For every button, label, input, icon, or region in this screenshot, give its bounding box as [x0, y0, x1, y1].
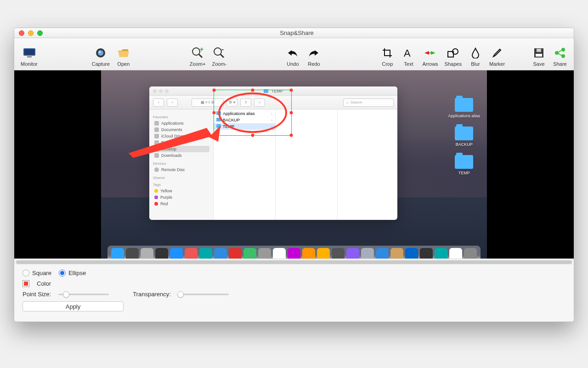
selection-handle-nw[interactable] — [213, 89, 216, 92]
point-size-slider[interactable] — [58, 291, 109, 298]
open-button[interactable]: Open — [114, 41, 133, 67]
shapes-label: Shapes — [445, 61, 462, 67]
monitor-icon — [23, 46, 35, 59]
close-window-button[interactable] — [19, 30, 24, 36]
dock-app — [361, 248, 374, 259]
text-button[interactable]: A Text — [399, 41, 418, 67]
dock-app — [155, 248, 168, 259]
shapes-button[interactable]: Shapes — [443, 41, 464, 67]
finder-fwd-button: › — [167, 98, 178, 107]
apply-button[interactable]: Apply — [23, 301, 124, 311]
dock-app — [346, 248, 359, 259]
arrows-button[interactable]: Arrows — [420, 41, 440, 67]
dock-app — [111, 248, 124, 259]
sidebar-tag-red: Red — [153, 201, 209, 207]
undo-icon — [286, 46, 299, 59]
svg-text:-: - — [221, 47, 224, 53]
finder-back-button: ‹ — [153, 98, 164, 107]
svg-point-18 — [555, 51, 559, 55]
svg-point-20 — [561, 54, 565, 58]
zoom-in-icon: + — [191, 46, 204, 59]
monitor-label: Monitor — [21, 61, 38, 67]
shape-square-radio[interactable]: Square — [23, 270, 51, 276]
shape-ellipse-label: Ellipse — [68, 270, 86, 276]
open-label: Open — [117, 61, 130, 67]
svg-line-22 — [558, 53, 562, 56]
sidebar-devices-head: Devices — [153, 161, 209, 166]
desktop-icons: Applications alias BACKUP TEMP — [448, 98, 480, 175]
point-size-label: Point Size: — [23, 291, 51, 298]
blur-button[interactable]: Blur — [466, 41, 485, 67]
zoom-in-label: Zoom+ — [190, 61, 206, 67]
zoom-out-button[interactable]: - Zoom- — [210, 41, 228, 67]
share-label: Share — [553, 61, 566, 67]
desktop-icon-temp: TEMP — [455, 155, 473, 175]
titlebar: Snap&Share — [14, 28, 574, 38]
camera-icon — [94, 46, 107, 59]
selection-handle-n[interactable] — [251, 89, 254, 92]
sidebar-tag-yellow: Yellow — [153, 188, 209, 194]
share-button[interactable]: Share — [551, 41, 569, 67]
canvas-area[interactable]: TEMP ‹ › ▦ ≡ ⫴ ⊞ ⚙ ▾ ⇪ ○ ⌕Search Favorit… — [14, 70, 574, 259]
svg-rect-17 — [537, 49, 541, 52]
color-swatch[interactable] — [23, 280, 29, 287]
dock-app — [126, 248, 139, 259]
svg-point-9 — [214, 48, 221, 55]
dock — [107, 246, 481, 259]
svg-point-6 — [192, 48, 200, 55]
dock-app — [214, 248, 227, 259]
scrollbar-thumb[interactable] — [16, 260, 572, 264]
dock-app — [435, 248, 447, 259]
svg-rect-2 — [27, 56, 32, 58]
capture-label: Capture — [92, 61, 110, 67]
capture-button[interactable]: Capture — [90, 41, 112, 67]
svg-line-21 — [558, 50, 562, 52]
zoom-in-button[interactable]: + Zoom+ — [188, 41, 208, 67]
save-button[interactable]: Save — [530, 41, 548, 67]
finder-column-3 — [338, 109, 397, 220]
selection-handle-e[interactable] — [290, 111, 293, 115]
redo-button[interactable]: Redo — [305, 41, 323, 67]
marker-button[interactable]: Marker — [487, 41, 507, 67]
monitor-button[interactable]: Monitor — [19, 41, 40, 67]
shape-square-label: Square — [32, 270, 51, 276]
dock-app — [273, 248, 286, 259]
selection-handle-ne[interactable] — [290, 89, 293, 92]
transparency-slider[interactable] — [178, 291, 229, 298]
selection-handle-s[interactable] — [251, 134, 254, 137]
window-title: Snap&Share — [43, 29, 551, 36]
color-label: Color — [37, 280, 51, 287]
dock-app — [170, 248, 183, 259]
svg-text:+: + — [200, 47, 204, 53]
shape-ellipse-radio[interactable]: Ellipse — [59, 270, 86, 276]
arrows-icon — [424, 46, 436, 59]
dock-app — [449, 248, 462, 259]
zoom-out-label: Zoom- — [212, 61, 226, 67]
sidebar-favorites-head: Favorites — [153, 115, 209, 119]
dock-app — [302, 248, 315, 259]
dock-app — [185, 248, 198, 259]
undo-button[interactable]: Undo — [283, 41, 302, 67]
selection-handle-w[interactable] — [213, 111, 216, 115]
selection-handle-se[interactable] — [290, 134, 293, 137]
crop-button[interactable]: Crop — [378, 41, 396, 67]
svg-line-10 — [220, 54, 224, 58]
dock-app — [390, 248, 403, 259]
marker-label: Marker — [489, 61, 505, 67]
dock-app — [332, 248, 345, 259]
minimize-window-button[interactable] — [28, 30, 34, 36]
horizontal-scrollbar[interactable] — [14, 259, 574, 265]
zoom-out-icon: - — [213, 46, 226, 59]
ellipse-annotation[interactable] — [218, 92, 287, 133]
dock-app — [317, 248, 330, 259]
app-window: Snap&Share Monitor Capture — [14, 28, 574, 322]
desktop-icon-applications-alias: Applications alias — [448, 98, 480, 118]
zoom-window-button[interactable] — [37, 30, 43, 36]
selection-handle-sw[interactable] — [213, 134, 216, 137]
save-icon — [532, 46, 545, 59]
main-toolbar: Monitor Capture Open + — [14, 38, 574, 70]
sidebar-item-remote-disc: Remote Disc — [153, 167, 209, 173]
apply-label: Apply — [66, 303, 81, 310]
dock-app — [243, 248, 256, 259]
sidebar-shared-head: Shared — [153, 176, 209, 180]
